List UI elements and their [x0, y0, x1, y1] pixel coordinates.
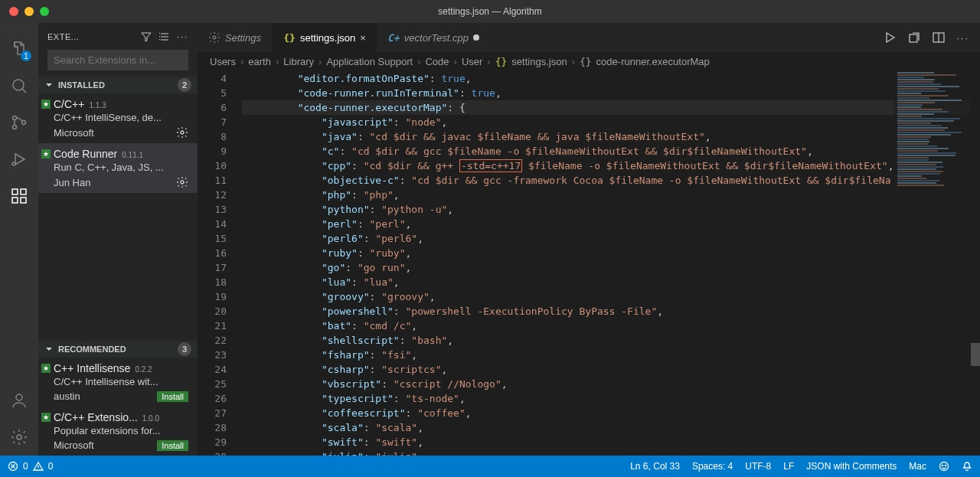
breadcrumb-segment[interactable]: Users — [210, 56, 236, 67]
tab-actions: ··· — [883, 23, 980, 52]
tab-settings-label: Settings — [225, 32, 261, 44]
install-button[interactable]: Install — [157, 391, 188, 402]
scrollbar-thumb[interactable] — [971, 343, 980, 366]
minimize-window-icon[interactable] — [24, 7, 34, 16]
installed-list: ★C/C++1.1.3C/C++ IntelliSense, de...Micr… — [38, 93, 198, 193]
run-debug-icon[interactable] — [8, 149, 30, 170]
svg-point-0 — [13, 80, 24, 90]
svg-point-14 — [181, 181, 184, 184]
feedback-icon[interactable] — [939, 461, 949, 472]
explorer-icon[interactable]: 1 — [8, 38, 30, 60]
breadcrumb-segment[interactable]: Library — [283, 56, 314, 67]
extension-version: 0.2.2 — [135, 365, 152, 374]
code-content[interactable]: "editor.formatOnPaste": true, "code-runn… — [242, 71, 980, 456]
run-icon[interactable] — [883, 31, 897, 44]
extension-version: 1.1.3 — [89, 101, 106, 109]
source-control-icon[interactable] — [8, 112, 30, 133]
installed-section-header[interactable]: INSTALLED 2 — [38, 77, 198, 93]
bell-icon[interactable] — [962, 461, 972, 472]
close-icon[interactable]: × — [360, 32, 366, 44]
breadcrumb-segment[interactable]: Application Support — [326, 56, 413, 67]
window-controls — [0, 7, 49, 16]
status-lang[interactable]: JSON with Comments — [806, 461, 897, 472]
clear-icon[interactable] — [158, 31, 171, 43]
status-spaces[interactable]: Spaces: 4 — [692, 461, 733, 472]
chevron-down-icon — [44, 80, 54, 90]
extensions-search-input[interactable] — [47, 50, 188, 70]
extension-version: 1.0.0 — [142, 414, 159, 423]
tab-settings-json[interactable]: {} settings.json × — [273, 23, 377, 52]
maximize-window-icon[interactable] — [40, 7, 49, 16]
scrollbar-track[interactable] — [971, 71, 980, 456]
gear-icon[interactable] — [176, 126, 188, 139]
star-icon: ★ — [41, 100, 51, 109]
chevron-right-icon: › — [318, 56, 322, 67]
extensions-search[interactable] — [47, 50, 188, 70]
extension-desc: C/C++ IntelliSense, de... — [54, 112, 188, 123]
breadcrumb-segment[interactable]: settings.json — [511, 56, 567, 67]
status-errors[interactable]: 0 — [23, 461, 28, 472]
chevron-right-icon: › — [572, 56, 575, 67]
svg-rect-17 — [910, 34, 917, 42]
status-encoding[interactable]: UTF-8 — [745, 461, 771, 472]
error-icon[interactable] — [8, 461, 18, 472]
status-os[interactable]: Mac — [909, 461, 926, 472]
extension-desc: Popular extensions for... — [54, 425, 188, 436]
svg-rect-10 — [21, 189, 26, 194]
editor-area: Settings {} settings.json × C+ vectorTes… — [198, 23, 980, 456]
gear-icon[interactable] — [176, 176, 188, 188]
window-title: settings.json — Algorithm — [438, 6, 541, 17]
status-warnings[interactable]: 0 — [48, 461, 54, 472]
open-settings-icon[interactable] — [907, 31, 921, 44]
accounts-icon[interactable] — [8, 390, 30, 411]
warning-icon[interactable] — [33, 461, 44, 472]
json-icon: {} — [283, 31, 296, 44]
install-button[interactable]: Install — [157, 440, 188, 451]
extension-item[interactable]: ★C/C++ Extensio...1.0.0Popular extension… — [38, 407, 198, 456]
svg-point-2 — [13, 116, 17, 120]
tab-settings-ui[interactable]: Settings — [198, 23, 273, 52]
more-icon[interactable]: ··· — [177, 32, 188, 41]
svg-point-6 — [12, 162, 15, 165]
breadcrumb-segment[interactable]: Code — [425, 56, 449, 67]
extension-item[interactable]: ★Code Runner0.11.1Run C, C++, Java, JS, … — [38, 143, 198, 193]
modified-icon — [473, 34, 479, 41]
extensions-icon[interactable] — [8, 185, 30, 207]
more-icon[interactable]: ··· — [956, 32, 969, 44]
svg-point-26 — [945, 465, 946, 466]
tab-bar: Settings {} settings.json × C+ vectorTes… — [198, 23, 980, 52]
extension-item[interactable]: ★C++ Intellisense0.2.2C/C++ Intellisense… — [38, 358, 198, 407]
extension-author: austin — [54, 390, 157, 402]
status-eol[interactable]: LF — [783, 461, 794, 472]
extension-name: C/C++ Extensio... — [54, 411, 138, 423]
cpp-icon: C+ — [387, 31, 400, 44]
status-lncol[interactable]: Ln 6, Col 33 — [630, 461, 680, 472]
settings-gear-icon[interactable] — [8, 426, 30, 448]
extension-item[interactable]: ★C/C++1.1.3C/C++ IntelliSense, de...Micr… — [38, 93, 198, 143]
search-icon[interactable] — [8, 75, 30, 96]
chevron-right-icon: › — [240, 56, 243, 67]
svg-rect-9 — [21, 198, 26, 203]
star-icon: ★ — [41, 413, 51, 422]
extension-name: Code Runner — [54, 148, 117, 160]
code-area[interactable]: 4567891011121314151617181920212223242526… — [198, 71, 980, 456]
extensions-sidebar: EXTE... ··· INSTALLED 2 ★C/C++1.1.3C/C++… — [38, 23, 198, 456]
status-bar: 0 0 Ln 6, Col 33 Spaces: 4 UTF-8 LF JSON… — [0, 456, 980, 477]
recommended-count: 3 — [178, 342, 191, 356]
breadcrumb-segment[interactable]: code-runner.executorMap — [596, 56, 710, 67]
chevron-right-icon: › — [454, 56, 457, 67]
breadcrumb-segment[interactable]: earth — [248, 56, 271, 67]
svg-marker-5 — [15, 154, 24, 165]
breadcrumb-segment[interactable]: User — [462, 56, 482, 67]
installed-count: 2 — [178, 78, 191, 92]
split-editor-icon[interactable] — [932, 31, 946, 44]
filter-icon[interactable] — [140, 31, 152, 43]
gutter: 4567891011121314151617181920212223242526… — [198, 71, 242, 456]
extension-author: Jun Han — [54, 177, 176, 188]
breadcrumb[interactable]: Users›earth›Library›Application Support›… — [198, 52, 980, 71]
chevron-right-icon: › — [487, 56, 490, 67]
close-window-icon[interactable] — [9, 7, 18, 16]
recommended-section-header[interactable]: RECOMMENDED 3 — [38, 341, 198, 358]
svg-point-11 — [16, 394, 22, 400]
tab-vector-cpp[interactable]: C+ vectorTest.cpp — [377, 23, 490, 52]
